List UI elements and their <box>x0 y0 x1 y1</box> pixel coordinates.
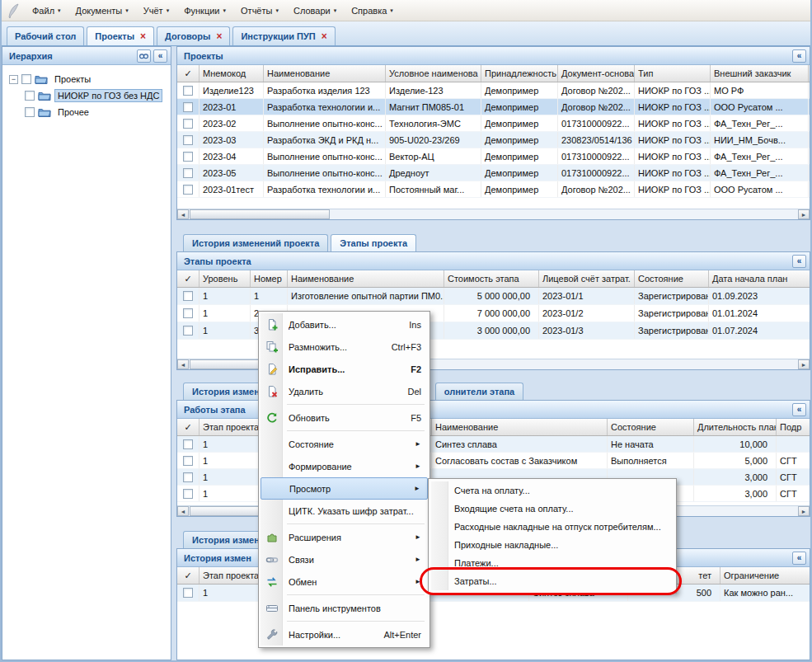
context-menu-item[interactable]: Панель инструментов <box>260 597 428 619</box>
context-menu-item[interactable]: Обмен► <box>260 570 428 593</box>
menubar-item[interactable]: Справка▾ <box>344 2 401 19</box>
panel-collapse-button[interactable]: « <box>792 255 806 268</box>
context-menu-item[interactable]: Расширения► <box>260 526 428 548</box>
panel-collapse-button[interactable]: « <box>792 552 806 565</box>
column-header[interactable]: Принадлежность <box>481 65 558 82</box>
menubar-item[interactable]: Отчёты▾ <box>233 2 286 19</box>
tab[interactable]: Договоры× <box>157 26 230 45</box>
menubar-item[interactable]: Функции▾ <box>176 2 233 19</box>
column-header[interactable]: Ограничение <box>720 567 810 584</box>
row-checkbox[interactable] <box>183 135 193 145</box>
table-row[interactable]: Изделие123Разработка изделия 123Изделие-… <box>177 82 810 99</box>
horizontal-scrollbar[interactable]: ◄ ► <box>177 209 810 219</box>
row-checkbox[interactable] <box>183 588 193 598</box>
tab-close-icon[interactable]: × <box>216 31 222 41</box>
submenu-item[interactable]: Затраты... <box>431 572 674 590</box>
row-checkbox[interactable] <box>183 291 193 301</box>
sidebar-collapse-button[interactable]: « <box>153 49 167 63</box>
scroll-left-icon[interactable]: ◄ <box>177 209 189 219</box>
scroll-thumb[interactable] <box>190 209 330 219</box>
column-header[interactable]: Внешний заказчик <box>711 65 809 82</box>
row-checkbox[interactable] <box>183 308 193 318</box>
row-checkbox[interactable] <box>183 86 193 96</box>
tree-item[interactable]: −Проекты <box>2 71 171 87</box>
column-header[interactable]: Уровень <box>199 270 251 287</box>
table-row[interactable]: 2023-04Выполнение опытно-конс...Вектор-А… <box>177 148 810 165</box>
menubar-item[interactable]: Файл▾ <box>25 2 68 19</box>
submenu-item[interactable]: Приходные накладные... <box>431 536 674 554</box>
context-menu-item[interactable]: Формирование► <box>260 455 428 477</box>
context-menu-item[interactable]: ЦИТК. Указать шифр затрат... <box>260 500 428 522</box>
tree-item[interactable]: НИОКР по ГОЗ без НДС <box>2 87 171 104</box>
row-checkbox[interactable] <box>183 472 193 482</box>
column-header[interactable]: Документ-основан <box>558 65 635 82</box>
table-row[interactable]: 11Изготовление опытной партии ПМ0...5 00… <box>177 288 810 305</box>
row-checkbox[interactable] <box>183 168 193 178</box>
tab[interactable]: Проекты× <box>87 26 154 45</box>
submenu-item[interactable]: Входящие счета на оплату... <box>431 500 674 518</box>
context-menu-item[interactable]: Настройки...Alt+Enter <box>260 623 428 646</box>
context-menu-item[interactable]: Связи► <box>260 548 428 570</box>
column-header[interactable]: ✓ <box>177 419 199 435</box>
section-tab[interactable]: История изменений проекта <box>183 234 328 251</box>
section-tab[interactable]: Этапы проекта <box>331 234 416 251</box>
context-menu-item[interactable]: Добавить...Ins <box>260 313 428 336</box>
tab[interactable]: Инструкции ПУП× <box>232 26 335 45</box>
row-checkbox[interactable] <box>183 439 193 449</box>
tree-checkbox[interactable] <box>25 91 35 101</box>
table-row[interactable]: 2023-02Выполнение опытно-конс...Технолог… <box>177 115 810 132</box>
row-checkbox[interactable] <box>183 185 193 195</box>
column-header[interactable]: Наименование <box>432 419 608 435</box>
scroll-right-icon[interactable]: ► <box>798 209 810 219</box>
row-checkbox[interactable] <box>183 326 193 336</box>
column-header[interactable]: ✓ <box>177 567 199 584</box>
context-menu-item[interactable]: ОбновитьF5 <box>260 406 428 429</box>
tab-close-icon[interactable]: × <box>140 31 146 41</box>
menubar-item[interactable]: Учёт▾ <box>136 2 176 19</box>
column-header[interactable]: Номер <box>251 270 288 287</box>
column-header[interactable]: Наименование <box>264 65 386 82</box>
context-menu-item[interactable]: Состояние► <box>260 433 428 455</box>
table-row[interactable]: 2023-03Разработка ЭКД и РКД н...905-U020… <box>177 132 810 148</box>
panel-collapse-button[interactable]: « <box>792 49 806 63</box>
scroll-right-icon[interactable]: ► <box>798 506 810 516</box>
column-header[interactable]: Наименование <box>288 270 444 287</box>
column-header[interactable]: Дата начала план <box>709 270 810 287</box>
column-header[interactable]: Условное наименова <box>386 65 481 82</box>
column-header[interactable]: Лицевой счёт затрат. <box>539 270 635 287</box>
table-row[interactable]: 2023-05Выполнение опытно-конс...Дредноут… <box>177 165 810 181</box>
tree-checkbox[interactable] <box>21 74 31 84</box>
context-menu-item[interactable]: Исправить...F2 <box>260 358 428 380</box>
menubar-item[interactable]: Словари▾ <box>286 2 344 19</box>
section-tab[interactable]: История измен <box>183 531 269 548</box>
submenu-item[interactable]: Расходные накладные на отпуск потребител… <box>431 518 674 536</box>
scroll-left-icon[interactable]: ◄ <box>177 506 189 516</box>
panel-collapse-button[interactable]: « <box>792 403 806 416</box>
tab-close-icon[interactable]: × <box>322 31 327 41</box>
column-header[interactable]: Состояние <box>635 270 709 287</box>
column-header[interactable]: Длительность план▼ <box>694 419 777 435</box>
tree-checkbox[interactable] <box>25 107 35 117</box>
context-menu-item[interactable]: Размножить...Ctrl+F3 <box>260 336 428 358</box>
row-checkbox[interactable] <box>183 152 193 162</box>
row-checkbox[interactable] <box>183 102 193 112</box>
menubar-item[interactable]: Документы▾ <box>68 2 136 19</box>
row-checkbox[interactable] <box>183 119 193 129</box>
search-button[interactable] <box>137 49 151 63</box>
context-menu-item[interactable]: Просмотр► <box>260 477 428 500</box>
submenu-item[interactable]: Счета на оплату... <box>431 481 674 500</box>
submenu-item[interactable]: Платежи... <box>431 554 674 572</box>
tree-item[interactable]: Прочее <box>2 104 171 120</box>
section-tab[interactable]: История измен <box>183 383 269 400</box>
row-checkbox[interactable] <box>183 456 193 466</box>
row-checkbox[interactable] <box>183 489 193 499</box>
context-menu-item[interactable]: УдалитьDel <box>260 380 428 402</box>
column-header[interactable]: Мнемокод <box>199 65 264 82</box>
column-header[interactable]: Подр <box>777 419 810 435</box>
table-row[interactable]: 2023-01Разработка технологии и...Магнит … <box>177 99 810 115</box>
tab[interactable]: Рабочий стол <box>7 26 84 45</box>
scroll-left-icon[interactable]: ◄ <box>177 359 189 369</box>
table-row[interactable]: 2023-01тестРазработка технологии и...Пос… <box>177 181 810 198</box>
section-tab[interactable]: олнители этапа <box>435 383 523 400</box>
scroll-right-icon[interactable]: ► <box>798 359 810 369</box>
